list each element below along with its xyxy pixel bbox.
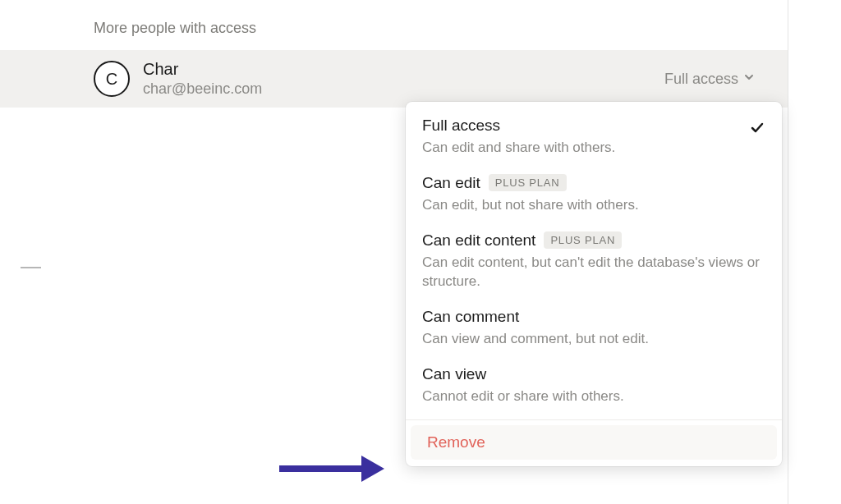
- menu-option-description: Can view and comment, but not edit.: [422, 329, 765, 349]
- access-level-menu: Full access Can edit and share with othe…: [406, 102, 782, 466]
- user-info: Char char@beeinc.com: [143, 60, 651, 98]
- annotation-arrow: [279, 456, 384, 482]
- plan-badge: PLUS PLAN: [489, 174, 567, 191]
- menu-option-description: Can edit and share with others.: [422, 138, 765, 158]
- menu-option-full-access[interactable]: Full access Can edit and share with othe…: [406, 108, 782, 166]
- menu-option-can-view[interactable]: Can view Cannot edit or share with other…: [406, 357, 782, 415]
- menu-option-description: Cannot edit or share with others.: [422, 387, 765, 406]
- user-email: char@beeinc.com: [143, 80, 651, 98]
- arrow-head-icon: [361, 456, 384, 482]
- menu-option-description: Can edit, but not share with others.: [422, 195, 765, 215]
- access-level-dropdown[interactable]: Full access: [664, 71, 755, 88]
- menu-option-title: Can edit content: [422, 231, 535, 250]
- menu-option-title: Can view: [422, 365, 486, 383]
- left-marker: [21, 267, 41, 268]
- menu-option-can-comment[interactable]: Can comment Can view and comment, but no…: [406, 300, 782, 357]
- arrow-line: [279, 465, 361, 472]
- chevron-down-icon: [743, 71, 755, 86]
- menu-divider: [406, 419, 782, 420]
- menu-option-can-edit[interactable]: Can edit PLUS PLAN Can edit, but not sha…: [406, 166, 782, 223]
- menu-option-remove[interactable]: Remove: [411, 425, 777, 460]
- avatar-letter: C: [106, 70, 117, 89]
- plan-badge: PLUS PLAN: [544, 231, 622, 249]
- menu-option-description: Can edit content, but can't edit the dat…: [422, 253, 765, 292]
- avatar: C: [94, 61, 130, 97]
- menu-option-title: Full access: [422, 117, 500, 135]
- access-level-label: Full access: [664, 71, 738, 88]
- user-access-row: C Char char@beeinc.com Full access: [0, 50, 788, 108]
- menu-option-title: Can comment: [422, 308, 519, 326]
- menu-option-title: Can edit: [422, 174, 480, 192]
- check-icon: [749, 120, 765, 140]
- section-title: More people with access: [0, 20, 788, 37]
- menu-option-can-edit-content[interactable]: Can edit content PLUS PLAN Can edit cont…: [406, 223, 782, 300]
- remove-label: Remove: [427, 433, 485, 451]
- user-name: Char: [143, 60, 651, 79]
